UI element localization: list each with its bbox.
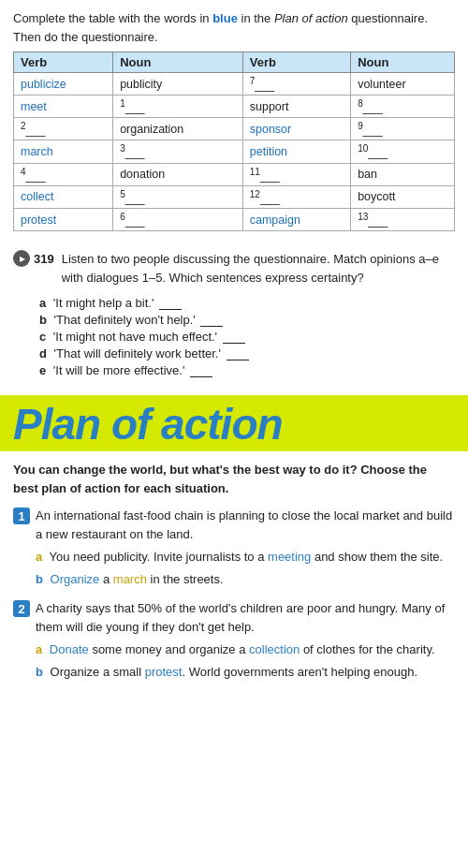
audio-section: 319 Listen to two people discussing the … [0,241,468,395]
table-row: publicize publicity 7___ volunteer [14,73,455,96]
blue-word-organize-1: Organize [51,572,100,586]
situation-1-header: 1 An international fast-food chain is pl… [13,507,455,543]
option-2a: a Donate some money and organize a colle… [36,640,455,659]
table-row: collect 5___ 12___ boycott [14,185,455,208]
noun-cell: ban [351,163,455,185]
verb-cell: 12___ [242,185,350,208]
verb-cell: publicize [14,73,113,96]
audio-line: 319 Listen to two people discussing the … [13,250,455,287]
plan-intro-text: You can change the world, but what's the… [13,461,455,497]
list-item: e 'It will be more effective.' [39,363,442,377]
blue-word-meeting: meeting [268,550,311,564]
audio-badge: 319 [13,250,54,267]
list-item: d 'That will definitely work better.' [39,346,442,360]
orange-word-march: march [113,572,147,586]
table-row: meet 1___ support 8___ [14,96,455,118]
option-letter-1a: a [36,550,42,564]
verb-cell: 7___ [242,73,350,96]
noun-cell: 6___ [113,208,243,230]
audio-number: 319 [34,252,54,266]
plan-content: You can change the world, but what's the… [0,451,468,701]
situation-2-options: a Donate some money and organize a colle… [13,640,455,681]
blue-word-protest: protest [145,665,183,679]
situation-2-header: 2 A charity says that 50% of the world's… [13,599,455,636]
situation-1-text: An international fast-food chain is plan… [36,507,455,543]
noun-cell: organization [113,118,243,140]
verb-cell: march [14,140,113,163]
plan-banner: Plan of action [0,395,468,451]
vocab-table-wrapper: Verb Noun Verb Noun publicize publicity … [0,51,468,241]
option-1a: a You need publicity. Invite journalists… [36,548,455,566]
col-header-noun1: Noun [113,52,243,73]
verb-cell: 2___ [14,118,113,140]
col-header-verb1: Verb [14,52,113,73]
noun-cell: donation [113,163,243,185]
intro-section: Complete the table with the words in blu… [0,0,468,51]
verb-cell: campaign [242,208,350,230]
blue-word-donate: Donate [50,642,89,656]
option-1b: b Organize a march in the streets. [36,570,455,589]
option-letter-2a: a [36,642,42,656]
verb-cell: petition [242,140,350,163]
verb-cell: collect [14,185,113,208]
table-row: 2___ organization sponsor 9___ [14,118,455,140]
noun-cell: 10___ [351,140,455,163]
option-2b: b Organize a small protest. World govern… [36,663,455,682]
situation-1-options: a You need publicity. Invite journalists… [13,548,455,588]
noun-cell: 8___ [351,96,455,118]
noun-cell: 3___ [113,140,243,163]
verb-cell: protest [14,208,113,230]
noun-cell: boycott [351,185,455,208]
audio-play-icon[interactable] [13,250,30,267]
verb-cell: sponsor [242,118,350,140]
situation-2: 2 A charity says that 50% of the world's… [13,599,455,681]
noun-cell: 13___ [351,208,455,230]
noun-cell: 5___ [113,185,243,208]
col-header-verb2: Verb [242,52,350,73]
situation-1: 1 An international fast-food chain is pl… [13,507,455,588]
list-item: a 'It might help a bit.' [39,296,442,310]
plan-banner-title: Plan of action [13,403,455,446]
table-row: 4___ donation 11___ ban [14,163,455,185]
col-header-noun2: Noun [351,52,455,73]
situation-1-number: 1 [13,508,30,524]
blue-highlight: blue [212,11,238,25]
table-row: protest 6___ campaign 13___ [14,208,455,230]
verb-cell: 11___ [242,163,350,185]
noun-cell: 1___ [113,96,243,118]
list-item: b 'That definitely won't help.' [39,313,442,327]
noun-cell: 9___ [351,118,455,140]
situation-2-text: A charity says that 50% of the world's c… [36,599,455,636]
opinions-list: a 'It might help a bit.' b 'That definit… [13,292,455,390]
situation-2-number: 2 [13,600,30,617]
verb-cell: 4___ [14,163,113,185]
intro-text: Complete the table with the words in blu… [13,9,455,46]
list-item: c 'It might not have much effect.' [39,330,442,344]
option-letter-1b: b [36,572,43,586]
option-letter-2b: b [36,665,43,679]
noun-cell: volunteer [351,73,455,96]
table-row: march 3___ petition 10___ [14,140,455,163]
verb-cell: support [242,96,350,118]
vocab-table: Verb Noun Verb Noun publicize publicity … [13,51,455,231]
blue-word-collection: collection [249,642,300,656]
plan-banner-section: Plan of action [0,395,468,451]
verb-cell: meet [14,96,113,118]
audio-description: Listen to two people discussing the ques… [62,250,455,287]
noun-cell: publicity [113,73,243,96]
